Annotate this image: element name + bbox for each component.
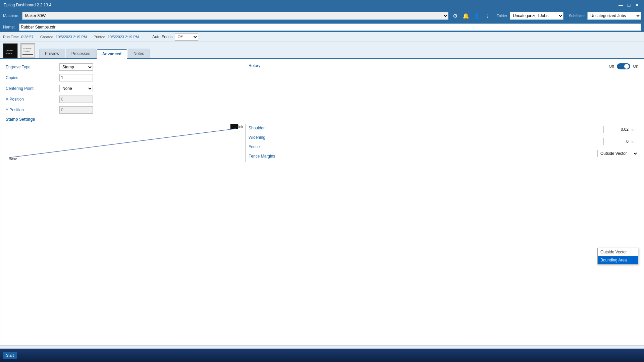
folder-select[interactable]: Uncategorized Jobs xyxy=(510,12,564,20)
subfolder-label: Subfolder xyxy=(569,14,585,18)
fence-margins-row: Fence Margins xyxy=(249,154,285,159)
copies-label: Copies xyxy=(6,75,59,80)
widening-input-row: in. xyxy=(603,138,638,145)
tab-preview[interactable]: Preview xyxy=(39,49,65,58)
x-position-row: X Position xyxy=(6,96,638,103)
main-panel: Off On Engrave Type Stamp Standard 3D Co… xyxy=(0,59,644,293)
printed-value: 10/5/2023 2:19 PM xyxy=(108,35,139,39)
svg-line-7 xyxy=(9,129,236,158)
runtime-info: Run Time 0:28:57 xyxy=(3,35,34,39)
toggle-on-label: On xyxy=(633,64,638,69)
titlebar-title: Epilog Dashboard 2.2.13.4 xyxy=(4,3,51,7)
y-position-label: Y Position xyxy=(6,108,59,112)
centering-point-label: Centering Point xyxy=(6,86,59,91)
thumbnail-2[interactable]: CUSTOM STAMP xyxy=(20,43,35,58)
thumbnail-1[interactable]: Rubber Stamp xyxy=(3,43,18,58)
window-controls: — □ ✕ xyxy=(618,2,640,8)
tab-advanced[interactable]: Advanced xyxy=(97,49,127,59)
machine-select[interactable]: Maker 30W xyxy=(22,12,448,20)
minimize-button[interactable]: — xyxy=(618,2,624,8)
tabs-container: Preview Processes Advanced Notes xyxy=(39,49,150,58)
fence-option-bounding-area[interactable]: Bounding Area xyxy=(598,256,638,264)
shoulder-unit: in. xyxy=(632,127,638,131)
rotary-label: Rotary xyxy=(249,63,260,68)
shoulder-input[interactable] xyxy=(603,126,630,133)
tab-processes[interactable]: Processes xyxy=(66,49,96,58)
tab-notes[interactable]: Notes xyxy=(128,49,150,58)
x-position-input[interactable] xyxy=(59,96,93,103)
autofocus-area: Auto Focus Off On xyxy=(152,33,198,41)
stamp-graph: Ink Base xyxy=(6,124,246,162)
printed-info: Printed 10/5/2023 2:19 PM xyxy=(94,35,139,39)
svg-text:Rubber: Rubber xyxy=(6,49,13,52)
centering-point-row: Centering Point None Center Top Left Top… xyxy=(6,85,638,92)
copies-row: Copies xyxy=(6,74,638,81)
gear-icon[interactable]: ⚙ xyxy=(451,12,459,20)
engrave-type-label: Engrave Type xyxy=(6,65,59,69)
start-button[interactable]: Start xyxy=(3,352,17,359)
stamp-settings-label: Stamp Settings xyxy=(6,117,35,122)
y-position-row: Y Position xyxy=(6,106,638,114)
widening-input[interactable] xyxy=(603,138,630,145)
close-button[interactable]: ✕ xyxy=(634,2,640,8)
engrave-type-row: Engrave Type Stamp Standard 3D xyxy=(6,63,638,71)
subfolder-select[interactable]: Uncategorized Jobs xyxy=(587,12,641,20)
autofocus-select[interactable]: Off On xyxy=(175,33,198,41)
folder-label: Folder xyxy=(497,14,507,18)
bell-icon[interactable]: 🔔 xyxy=(462,12,470,20)
autofocus-label: Auto Focus xyxy=(152,35,173,39)
created-value: 10/5/2023 2:19 PM xyxy=(56,35,87,39)
svg-text:Stamp: Stamp xyxy=(6,52,12,55)
info-bar: Run Time 0:28:57 Created 10/5/2023 2:19 … xyxy=(0,32,644,42)
widening-row: Widening xyxy=(249,135,285,140)
widening-unit: in. xyxy=(632,139,638,143)
fence-margins-label: Fence Margins xyxy=(249,154,285,159)
name-label: Name: xyxy=(3,25,16,29)
svg-rect-6 xyxy=(22,54,33,55)
engrave-type-select[interactable]: Stamp Standard 3D xyxy=(59,63,93,71)
toggle-off-label: Off xyxy=(609,64,614,69)
user-icon[interactable]: 👤 xyxy=(473,12,481,20)
widening-label: Widening xyxy=(249,135,285,140)
toggle-knob xyxy=(624,64,629,69)
folder-area: Folder Uncategorized Jobs Subfolder Unca… xyxy=(497,12,641,20)
taskbar: Start xyxy=(0,349,644,362)
machine-bar: Machine: Maker 30W ⚙ 🔔 👤 ⋮ Folder Uncate… xyxy=(0,10,644,22)
name-bar: Name: xyxy=(0,22,644,32)
fence-select-container: Outside Vector Bounding Area Outside Vec… xyxy=(597,150,638,157)
shoulder-row: Shoulder xyxy=(249,126,285,130)
rotary-toggle[interactable] xyxy=(617,63,630,69)
copies-input[interactable] xyxy=(59,74,93,81)
rotary-toggle-area: Off On xyxy=(609,63,638,69)
machine-label: Machine: xyxy=(3,13,19,18)
titlebar: Epilog Dashboard 2.2.13.4 — □ ✕ xyxy=(0,0,644,10)
name-input[interactable] xyxy=(19,23,641,31)
fence-select[interactable]: Outside Vector Bounding Area xyxy=(597,150,638,157)
fence-option-outside-vector[interactable]: Outside Vector xyxy=(598,248,638,256)
maximize-button[interactable]: □ xyxy=(626,2,632,8)
runtime-value: 0:28:57 xyxy=(21,35,34,39)
centering-point-select[interactable]: None Center Top Left Top Right Bottom Le… xyxy=(59,85,93,92)
x-position-label: X Position xyxy=(6,97,59,102)
created-info: Created 10/5/2023 2:19 PM xyxy=(40,35,87,39)
more-icon[interactable]: ⋮ xyxy=(483,12,491,20)
y-position-input[interactable] xyxy=(59,106,93,114)
fence-dropdown-popup: Outside Vector Bounding Area xyxy=(597,248,638,264)
shoulder-input-row: in. xyxy=(603,126,638,133)
fence-label: Fence xyxy=(249,144,285,149)
svg-text:STAMP: STAMP xyxy=(23,50,30,52)
fence-row: Fence xyxy=(249,144,285,149)
svg-text:CUSTOM: CUSTOM xyxy=(23,48,32,50)
shoulder-label: Shoulder xyxy=(249,126,285,130)
